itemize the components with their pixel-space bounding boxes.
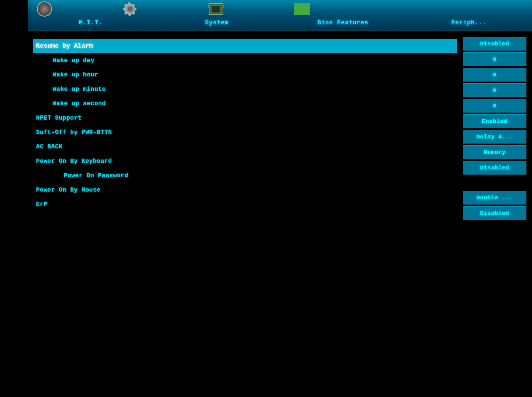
svg-point-1 (128, 7, 133, 11)
speedometer-icon-container (36, 1, 53, 17)
gear-icon (123, 2, 137, 16)
vignette-left (0, 0, 33, 397)
setting-row-soft-off[interactable]: Soft-Off by PWR-BTTN (33, 125, 457, 140)
value-resume-by-alarm[interactable]: Disabled (463, 37, 526, 51)
setting-row-wake-up-day[interactable]: Wake up day (33, 53, 457, 68)
setting-label-power-on-mouse: Power On By Mouse (36, 187, 101, 194)
speedometer-icon (37, 1, 52, 17)
setting-label-ac-back: AC BACK (36, 143, 63, 150)
main-content: Resume by Alarm Wake up day Wake up hour… (28, 30, 532, 347)
value-soft-off[interactable]: Delay 4... (463, 130, 526, 144)
setting-row-wake-up-hour[interactable]: Wake up hour (33, 68, 457, 82)
value-erp[interactable]: Disabled (463, 206, 526, 220)
gear-icon-container (122, 1, 139, 17)
setting-label-hpet-support: HPET Support (36, 115, 81, 122)
vignette-bottom (0, 342, 532, 397)
setting-row-hpet-support[interactable]: HPET Support (33, 111, 457, 125)
setting-label-soft-off: Soft-Off by PWR-BTTN (36, 129, 112, 136)
card-icon (294, 3, 310, 15)
value-wake-up-day[interactable]: 0 (463, 52, 526, 66)
setting-label-resume-by-alarm: Resume by Alarm (36, 43, 93, 50)
chip-icon (208, 2, 224, 16)
setting-row-ac-back[interactable]: AC BACK (33, 140, 457, 154)
setting-row-power-on-password[interactable]: Power On Password (33, 168, 457, 183)
top-nav: M.I.T. System Bios Features Periph... (28, 0, 532, 30)
value-wake-up-second[interactable]: 0 (463, 99, 526, 113)
top-nav-icons (28, 0, 532, 18)
values-panel: Disabled 0 0 0 0 Enabled Delay 4... Memo… (463, 36, 526, 342)
tab-system[interactable]: System (154, 18, 280, 28)
value-spacer-password (463, 176, 526, 190)
value-power-on-mouse[interactable]: Double ... (463, 191, 526, 205)
chip-icon-container (208, 1, 224, 17)
value-ac-back[interactable]: Memory (463, 145, 526, 159)
bios-container: M.I.T. System Bios Features Periph... Re… (28, 0, 532, 397)
setting-label-wake-up-day: Wake up day (53, 57, 94, 64)
setting-label-power-on-keyboard: Power On By Keyboard (36, 158, 112, 165)
value-power-on-keyboard[interactable]: Disabled (463, 161, 526, 175)
setting-row-resume-by-alarm[interactable]: Resume by Alarm (33, 39, 457, 53)
setting-label-wake-up-hour: Wake up hour (53, 71, 98, 78)
card-icon-container (294, 1, 310, 17)
svg-rect-3 (212, 6, 220, 13)
setting-row-power-on-keyboard[interactable]: Power On By Keyboard (33, 154, 457, 168)
setting-label-erp: ErP (36, 201, 47, 208)
setting-label-power-on-password: Power On Password (64, 172, 128, 179)
value-wake-up-minute[interactable]: 0 (463, 83, 526, 97)
setting-row-wake-up-minute[interactable]: Wake up minute (33, 82, 457, 96)
setting-row-power-on-mouse[interactable]: Power On By Mouse (33, 183, 457, 197)
tab-peripherals[interactable]: Periph... (406, 18, 532, 28)
value-hpet-support[interactable]: Enabled (463, 114, 526, 128)
setting-label-wake-up-minute: Wake up minute (53, 86, 106, 93)
value-wake-up-hour[interactable]: 0 (463, 68, 526, 82)
setting-label-wake-up-second: Wake up second (53, 100, 106, 107)
settings-panel: Resume by Alarm Wake up day Wake up hour… (28, 36, 463, 342)
top-nav-labels: M.I.T. System Bios Features Periph... (28, 18, 532, 28)
setting-row-wake-up-second[interactable]: Wake up second (33, 96, 457, 111)
tab-bios-features[interactable]: Bios Features (280, 18, 406, 28)
tab-mit[interactable]: M.I.T. (28, 18, 154, 28)
setting-row-erp[interactable]: ErP (33, 197, 457, 212)
